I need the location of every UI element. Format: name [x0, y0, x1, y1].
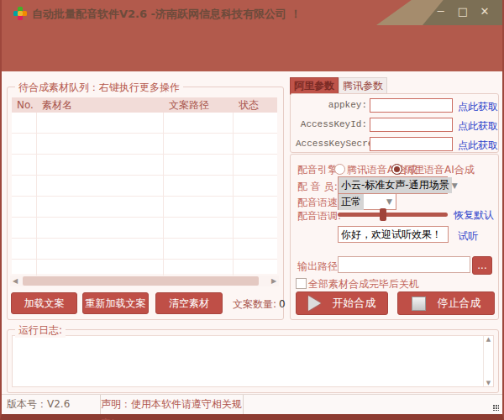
horizontal-scrollbar[interactable]: ◀ ▶ — [10, 276, 279, 286]
table-cell — [234, 197, 277, 217]
disclaimer-text: 声明：使用本软件请遵守相关规定! — [96, 395, 244, 414]
tab-tencent-params[interactable]: 腾讯参数 — [339, 77, 387, 94]
table-row[interactable] — [12, 218, 277, 239]
table-cell — [164, 134, 234, 154]
table-cell — [12, 197, 37, 217]
reload-script-button[interactable]: 重新加载文案 — [82, 292, 149, 314]
appkey-label: appkey: — [296, 100, 367, 110]
run-log-textarea[interactable]: ▲ ▼ — [12, 335, 494, 387]
table-row[interactable] — [12, 176, 277, 197]
material-queue-title: 待合成素材队列：右键执行更多操作 — [15, 81, 183, 95]
stop-synthesis-label: 停止合成 — [438, 296, 481, 311]
engine-radio-ali[interactable] — [391, 164, 402, 175]
log-vertical-scrollbar[interactable]: ▲ ▼ — [483, 336, 493, 386]
shutdown-checkbox-label[interactable]: 全部素材合成完毕后关机 — [308, 277, 419, 291]
scroll-up-icon[interactable]: ▲ — [486, 336, 491, 343]
start-synthesis-label: 开始合成 — [333, 296, 376, 311]
engine-option-ali-label[interactable]: 阿里语音AI合成 — [404, 163, 475, 177]
maximize-icon[interactable]: □ — [454, 5, 472, 18]
chevron-down-icon: ▼ — [452, 181, 461, 190]
table-cell — [37, 197, 164, 217]
preview-text-input[interactable] — [338, 226, 449, 243]
table-cell — [164, 113, 234, 133]
preview-link[interactable]: 试听 — [458, 229, 478, 244]
reset-default-link[interactable]: 恢复默认 — [454, 208, 494, 223]
start-synthesis-button[interactable]: 开始合成 — [296, 291, 388, 315]
load-script-button[interactable]: 加载文案 — [11, 292, 77, 314]
appkey-input[interactable] — [370, 98, 453, 113]
pitch-slider-handle[interactable] — [380, 208, 386, 221]
table-cell — [12, 176, 37, 196]
table-header-no[interactable]: No. — [12, 97, 37, 113]
script-count-label: 文案数量: — [233, 298, 276, 310]
table-header-material[interactable]: 素材名 — [37, 97, 164, 113]
tab-ali-params[interactable]: 阿里参数 — [290, 77, 339, 95]
shutdown-checkbox[interactable] — [296, 278, 307, 289]
pitch-slider[interactable] — [338, 213, 448, 217]
table-cell — [234, 218, 277, 238]
engine-radio-tencent[interactable] — [334, 164, 345, 175]
pitch-label: 配音语调: — [297, 209, 341, 223]
table-body[interactable] — [12, 113, 277, 274]
table-cell — [164, 197, 234, 217]
table-row[interactable] — [12, 239, 277, 260]
speed-dropdown[interactable]: 正常 ▼ — [338, 193, 396, 210]
scroll-down-icon[interactable]: ▼ — [486, 380, 491, 386]
content-area: 待合成素材队列：右键执行更多操作 No. 素材名 文案路径 状态 ◀ ▶ 加载文… — [2, 71, 502, 414]
scroll-left-icon[interactable]: ◀ — [10, 276, 20, 286]
table-header-path[interactable]: 文案路径 — [164, 97, 234, 113]
run-log-title: 运行日志: — [15, 323, 66, 338]
script-count: 文案数量:0 — [233, 297, 286, 312]
table-cell — [12, 239, 37, 259]
window-title: 自动批量配音软件V2.6 -济南跃网信息科技有限公司 ！ — [32, 7, 302, 22]
accesskeyid-get-link[interactable]: 点此获取 — [458, 119, 498, 134]
scrollbar-track[interactable] — [20, 276, 269, 286]
speed-label: 配音语速: — [297, 196, 341, 210]
speed-value: 正常 — [339, 194, 364, 210]
accesskeyid-input[interactable] — [370, 118, 453, 132]
table-cell — [37, 155, 164, 175]
table-row[interactable] — [12, 197, 277, 218]
table-cell — [12, 134, 37, 154]
table-row[interactable] — [12, 113, 277, 134]
close-icon[interactable]: ✕ — [475, 5, 494, 18]
table-cell — [37, 134, 164, 154]
table-cell — [37, 176, 164, 196]
voice-actor-label: 配 音 员: — [297, 180, 338, 194]
minimize-icon[interactable]: ─ — [432, 5, 450, 18]
chevron-down-icon: ▼ — [386, 197, 396, 206]
window-controls: ─ □ ✕ — [432, 5, 494, 18]
table-cell — [234, 239, 277, 259]
table-row[interactable] — [12, 155, 277, 176]
voice-actor-value: 小云-标准女声-通用场景 — [339, 177, 452, 193]
table-cell — [37, 239, 164, 259]
table-cell — [164, 176, 234, 196]
table-cell — [12, 218, 37, 238]
output-path-input[interactable] — [338, 256, 470, 273]
table-cell — [12, 113, 37, 133]
accesskeysecret-input[interactable] — [370, 137, 453, 151]
app-window: 自动批量配音软件V2.6 -济南跃网信息科技有限公司 ！ ─ □ ✕ 待合成素材… — [0, 0, 504, 420]
status-bar: 版本号：V2.6 声明：使用本软件请遵守相关规定! — [2, 394, 502, 414]
scrollbar-thumb[interactable] — [23, 276, 259, 286]
voice-actor-dropdown[interactable]: 小云-标准女声-通用场景 ▼ — [338, 176, 448, 194]
browse-button[interactable]: ... — [472, 256, 492, 275]
table-cell — [12, 155, 37, 175]
table-cell — [234, 176, 277, 196]
table-cell — [164, 218, 234, 238]
stop-icon — [412, 297, 426, 311]
script-count-value: 0 — [279, 298, 286, 310]
appkey-get-link[interactable]: 点此获取 — [458, 100, 498, 114]
stop-synthesis-button[interactable]: 停止合成 — [397, 291, 495, 315]
table-cell — [164, 155, 234, 175]
clear-material-button[interactable]: 清空素材 — [155, 292, 223, 314]
resize-grip[interactable] — [493, 405, 499, 411]
table-header-status[interactable]: 状态 — [234, 97, 277, 113]
table-row[interactable] — [12, 134, 277, 155]
table-cell — [37, 218, 164, 238]
accesskeyid-label: AccessKeyId: — [296, 119, 367, 129]
accesskeysecret-get-link[interactable]: 点此获取 — [458, 139, 498, 153]
accesskeysecret-label: AccessKeySecret: — [296, 139, 367, 149]
scroll-right-icon[interactable]: ▶ — [269, 276, 279, 286]
titlebar: 自动批量配音软件V2.6 -济南跃网信息科技有限公司 ！ ─ □ ✕ — [2, 0, 502, 71]
